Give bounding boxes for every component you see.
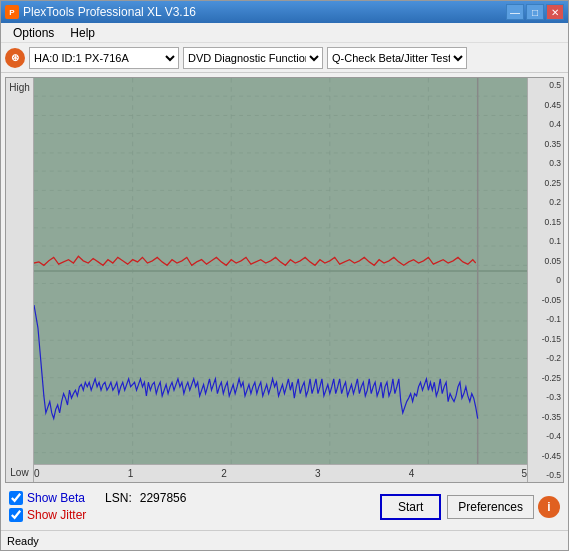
show-jitter-label: Show Jitter xyxy=(27,508,86,522)
y-label-6: 0.2 xyxy=(549,197,561,207)
start-button[interactable]: Start xyxy=(380,494,441,520)
y-label-15: -0.25 xyxy=(542,373,561,383)
maximize-button[interactable]: □ xyxy=(526,4,544,20)
y-label-20: -0.5 xyxy=(546,470,561,480)
x-tick-5: 5 xyxy=(521,468,527,479)
chart-y-labels: High Low xyxy=(6,78,34,482)
lsn-value: 2297856 xyxy=(140,491,187,505)
checkboxes-section: Show Beta LSN: 2297856 Show Jitter xyxy=(9,491,186,522)
y-label-11: -0.05 xyxy=(542,295,561,305)
prefs-row: Preferences i xyxy=(447,495,560,519)
device-select[interactable]: HA:0 ID:1 PX-716A xyxy=(29,47,179,69)
info-button[interactable]: i xyxy=(538,496,560,518)
preferences-button[interactable]: Preferences xyxy=(447,495,534,519)
title-bar-left: P PlexTools Professional XL V3.16 xyxy=(5,5,196,19)
high-label: High xyxy=(9,82,30,93)
menu-help[interactable]: Help xyxy=(62,24,103,42)
y-label-13: -0.15 xyxy=(542,334,561,344)
chart-plot-wrapper: 0 1 2 3 4 5 xyxy=(34,78,527,482)
x-tick-4: 4 xyxy=(409,468,415,479)
toolbar: ⊛ HA:0 ID:1 PX-716A DVD Diagnostic Funct… xyxy=(1,43,568,73)
close-button[interactable]: ✕ xyxy=(546,4,564,20)
y-label-4: 0.3 xyxy=(549,158,561,168)
chart-y-right-labels: 0.5 0.45 0.4 0.35 0.3 0.25 0.2 0.15 0.1 … xyxy=(527,78,563,482)
main-content: High Low xyxy=(1,73,568,530)
y-label-7: 0.15 xyxy=(544,217,561,227)
low-label: Low xyxy=(10,467,28,478)
y-label-14: -0.2 xyxy=(546,353,561,363)
y-label-0: 0.5 xyxy=(549,80,561,90)
show-jitter-checkbox[interactable] xyxy=(9,508,23,522)
app-icon: P xyxy=(5,5,19,19)
show-beta-label: Show Beta xyxy=(27,491,85,505)
y-label-10: 0 xyxy=(556,275,561,285)
show-beta-checkbox[interactable] xyxy=(9,491,23,505)
y-label-16: -0.3 xyxy=(546,392,561,402)
minimize-button[interactable]: — xyxy=(506,4,524,20)
status-text: Ready xyxy=(7,535,39,547)
y-label-19: -0.45 xyxy=(542,451,561,461)
y-label-8: 0.1 xyxy=(549,236,561,246)
x-tick-1: 1 xyxy=(128,468,134,479)
title-bar: P PlexTools Professional XL V3.16 — □ ✕ xyxy=(1,1,568,23)
show-beta-row: Show Beta LSN: 2297856 xyxy=(9,491,186,505)
chart-x-axis: 0 1 2 3 4 5 xyxy=(34,464,527,482)
main-window: P PlexTools Professional XL V3.16 — □ ✕ … xyxy=(0,0,569,551)
x-tick-0: 0 xyxy=(34,468,40,479)
y-label-18: -0.4 xyxy=(546,431,561,441)
y-label-1: 0.45 xyxy=(544,100,561,110)
y-label-9: 0.05 xyxy=(544,256,561,266)
y-label-12: -0.1 xyxy=(546,314,561,324)
y-label-2: 0.4 xyxy=(549,119,561,129)
menu-options[interactable]: Options xyxy=(5,24,62,42)
window-title: PlexTools Professional XL V3.16 xyxy=(23,5,196,19)
bottom-panel: Show Beta LSN: 2297856 Show Jitter Start… xyxy=(5,487,564,526)
chart-plot xyxy=(34,78,527,464)
x-tick-3: 3 xyxy=(315,468,321,479)
y-label-17: -0.35 xyxy=(542,412,561,422)
y-label-5: 0.25 xyxy=(544,178,561,188)
x-tick-2: 2 xyxy=(221,468,227,479)
test-select[interactable]: Q-Check Beta/Jitter Test xyxy=(327,47,467,69)
chart-area: High Low xyxy=(5,77,564,483)
function-select[interactable]: DVD Diagnostic Functions xyxy=(183,47,323,69)
y-label-3: 0.35 xyxy=(544,139,561,149)
menu-bar: Options Help xyxy=(1,23,568,43)
lsn-label: LSN: xyxy=(105,491,132,505)
chart-svg xyxy=(34,78,527,464)
status-bar: Ready xyxy=(1,530,568,550)
title-buttons: — □ ✕ xyxy=(506,4,564,20)
right-buttons-section: Start Preferences i xyxy=(380,494,560,520)
device-icon: ⊛ xyxy=(5,48,25,68)
show-jitter-row: Show Jitter xyxy=(9,508,186,522)
